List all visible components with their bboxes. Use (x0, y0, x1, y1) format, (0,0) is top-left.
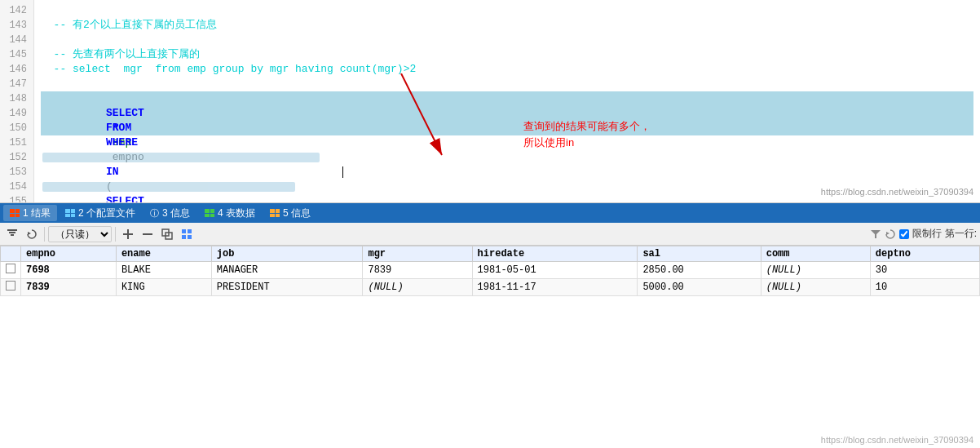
editor-area: 142 143 144 145 146 147 148 149 150 151 … (0, 0, 980, 203)
toolbar-btn-1[interactable] (3, 225, 21, 243)
svg-rect-2 (7, 229, 17, 231)
td-mgr-2: (NULL) (363, 279, 472, 296)
td-sal-1: 2850.00 (638, 262, 761, 279)
td-check-1[interactable] (1, 262, 21, 279)
limit-label: 限制行 (912, 227, 942, 241)
svg-rect-13 (182, 235, 186, 239)
code-line-150: WHERE empno IN ( SELECT mgr FROM emp GRO… (41, 121, 973, 135)
watermark: https://blog.csdn.net/weixin_37090394 (821, 184, 973, 199)
results-toolbar: （只读） 限制行 第一行: (0, 223, 980, 246)
td-deptno-2: 10 (870, 279, 979, 296)
tab-info3-icon: ⓘ (150, 207, 159, 220)
th-empno: empno (21, 246, 117, 262)
td-hiredate-1: 1981-05-01 (472, 262, 638, 279)
td-ename-1: BLAKE (116, 262, 211, 279)
svg-rect-12 (188, 229, 192, 233)
table-header-row: empno ename job mgr hiredate sal comm de… (1, 246, 980, 262)
tab-results-label: 1 结果 (23, 206, 51, 220)
tab-info5[interactable]: 5 信息 (263, 205, 317, 221)
text-cursor (342, 166, 343, 178)
filter-icon (870, 228, 881, 240)
th-ename: ename (116, 246, 211, 262)
td-ename-2: KING (116, 279, 211, 296)
toolbar-right: 限制行 第一行: (870, 227, 977, 241)
toolbar-btn-5[interactable] (158, 225, 176, 243)
td-comm-2: (NULL) (761, 279, 870, 296)
tab-tabledata[interactable]: 4 表数据 (198, 205, 262, 221)
main-container: 142 143 144 145 146 147 148 149 150 151 … (0, 0, 980, 448)
svg-rect-14 (188, 235, 192, 239)
code-line-147 (41, 77, 973, 91)
th-sal: sal (638, 246, 761, 262)
keyword-where: WHERE (106, 136, 138, 149)
code-line-144 (41, 33, 973, 47)
tab-info5-icon (270, 209, 280, 217)
svg-marker-5 (28, 232, 31, 235)
comment-145: -- 先查有两个以上直接下属的 (41, 47, 200, 62)
first-row-label: 第一行: (945, 227, 977, 241)
tab-config-label: 2 个配置文件 (78, 206, 135, 220)
comment-146: -- select mgr from emp group by mgr havi… (41, 62, 416, 77)
td-empno-1: 7698 (21, 262, 117, 279)
code-line-143: -- 有2个以上直接下属的员工信息 (41, 18, 973, 33)
readonly-select[interactable]: （只读） (48, 226, 112, 242)
toolbar-sep-2 (115, 227, 116, 242)
editor-content: 142 143 144 145 146 147 148 149 150 151 … (0, 0, 980, 202)
line-numbers: 142 143 144 145 146 147 148 149 150 151 … (0, 0, 34, 202)
code-line-142 (41, 3, 973, 18)
code-area[interactable]: -- 有2个以上直接下属的员工信息 -- 先查有两个以上直接下属的 -- sel… (34, 0, 980, 202)
checkbox-2[interactable] (6, 281, 15, 291)
inner-select: SELECT (106, 195, 144, 202)
svg-rect-3 (9, 232, 15, 233)
toolbar-btn-2[interactable] (23, 225, 41, 243)
th-check (1, 246, 21, 262)
th-comm: comm (761, 246, 870, 262)
results-table: empno ename job mgr hiredate sal comm de… (0, 246, 980, 296)
tab-config-icon (65, 209, 75, 217)
tab-config[interactable]: 2 个配置文件 (59, 205, 142, 221)
keyword-from: FROM (106, 122, 131, 134)
results-area[interactable]: empno ename job mgr hiredate sal comm de… (0, 246, 980, 448)
comment-143: -- 有2个以上直接下属的员工信息 (41, 18, 217, 33)
tab-tabledata-label: 4 表数据 (218, 206, 255, 220)
td-mgr-1: 7839 (363, 262, 472, 279)
watermark-fixed: https://blog.csdn.net/weixin_37090394 (821, 435, 973, 445)
blurred-152 (42, 153, 320, 162)
table-row[interactable]: 7839 KING PRESIDENT (NULL) 1981-11-17 50… (1, 279, 980, 296)
td-comm-1: (NULL) (761, 262, 870, 279)
svg-marker-15 (886, 232, 890, 235)
keyword-select: SELECT (106, 107, 144, 119)
bottom-tabs: 1 结果 2 个配置文件 ⓘ 3 信息 4 表数据 (0, 203, 980, 223)
td-sal-2: 5000.00 (638, 279, 761, 296)
keyword-in: IN (106, 166, 119, 178)
th-mgr: mgr (363, 246, 472, 262)
td-job-2: PRESIDENT (211, 279, 363, 296)
td-deptno-1: 30 (870, 262, 979, 279)
td-empno-2: 7839 (21, 279, 117, 296)
table-row[interactable]: 7698 BLAKE MANAGER 7839 1981-05-01 2850.… (1, 262, 980, 279)
code-line-153 (41, 165, 973, 180)
svg-rect-4 (11, 234, 14, 236)
toolbar-btn-6[interactable] (178, 225, 196, 243)
tab-info5-label: 5 信息 (283, 206, 311, 220)
code-line-145: -- 先查有两个以上直接下属的 (41, 47, 973, 62)
tab-info3-label: 3 信息 (162, 206, 190, 220)
tab-results-icon (10, 209, 20, 217)
cursor-span (342, 165, 343, 180)
tab-results[interactable]: 1 结果 (3, 205, 57, 221)
th-hiredate: hiredate (472, 246, 638, 262)
limit-checkbox[interactable] (899, 229, 909, 239)
code-line-146: -- select mgr from emp group by mgr havi… (41, 62, 973, 77)
toolbar-btn-3[interactable] (119, 225, 137, 243)
svg-rect-7 (123, 233, 133, 235)
checkbox-1[interactable] (6, 264, 15, 273)
td-hiredate-2: 1981-11-17 (472, 279, 638, 296)
tab-info3[interactable]: ⓘ 3 信息 (143, 205, 196, 221)
toolbar-btn-4[interactable] (139, 225, 157, 243)
tab-tabledata-icon (205, 209, 214, 217)
code-line-148: SELECT * (41, 91, 973, 106)
svg-rect-8 (143, 233, 152, 235)
th-job: job (211, 246, 363, 262)
code-line-149: FROM emp (41, 106, 973, 121)
td-check-2[interactable] (1, 279, 21, 296)
